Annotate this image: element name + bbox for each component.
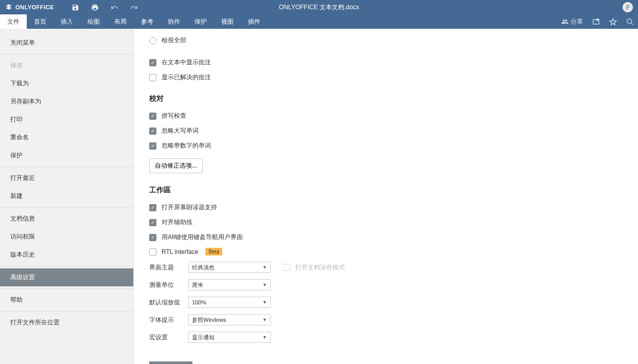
open-location-icon[interactable] — [592, 18, 600, 26]
checkbox-show-resolved-comments[interactable] — [149, 74, 156, 81]
select-unit[interactable]: 厘米 ▼ — [188, 279, 271, 290]
sidebar-doc-info[interactable]: 文档信息 — [0, 210, 133, 228]
checkbox-align-guides[interactable] — [149, 219, 156, 226]
sidebar-version-history[interactable]: 版本历史 — [0, 246, 133, 264]
sidebar-advanced-settings[interactable]: 高级设置 — [0, 268, 133, 286]
onlyoffice-logo-icon — [5, 4, 12, 11]
label-spell-check: 拼写检查 — [162, 112, 186, 120]
chevron-down-icon: ▼ — [262, 317, 267, 322]
select-font-hint[interactable]: 参照Windows ▼ — [188, 314, 271, 325]
select-zoom[interactable]: 100% ▼ — [188, 297, 271, 308]
chevron-down-icon: ▼ — [262, 265, 267, 270]
select-font-hint-value: 参照Windows — [192, 316, 226, 324]
select-unit-value: 厘米 — [192, 281, 203, 289]
tab-plugins[interactable]: 插件 — [241, 14, 268, 29]
sidebar-separator — [0, 311, 133, 312]
print-icon[interactable] — [91, 3, 99, 11]
label-ignore-digits: 忽略带数字的单词 — [162, 141, 211, 150]
label-screen-reader: 打开屏幕朗读器支持 — [162, 203, 217, 212]
redo-icon[interactable] — [130, 3, 138, 11]
save-icon[interactable] — [72, 3, 80, 11]
document-title: ONLYOFFICE 文本文档.docx — [279, 3, 359, 12]
select-theme[interactable]: 经典浅色 ▼ — [188, 262, 271, 273]
file-menu-sidebar: 关闭菜单 保存 下载为 另存副本为 打印 重命名 保护 打开最近 新建 文档信息… — [0, 29, 134, 364]
label-ignore-uppercase: 忽略大写单词 — [162, 126, 199, 135]
sidebar-close-menu[interactable]: 关闭菜单 — [0, 34, 133, 52]
label-show-resolved-comments: 显示已解决的批注 — [162, 73, 211, 82]
checkbox-screen-reader[interactable] — [149, 204, 156, 211]
tab-collaboration[interactable]: 协作 — [161, 14, 187, 29]
apply-button[interactable]: 应用 — [149, 361, 192, 364]
label-view-all: 檢視全部 — [162, 36, 186, 45]
sidebar-separator — [0, 167, 133, 167]
checkbox-ignore-digits[interactable] — [149, 142, 156, 150]
sidebar-print[interactable]: 打印 — [0, 111, 133, 129]
select-zoom-value: 100% — [192, 299, 206, 305]
select-macro[interactable]: 显示通知 ▼ — [188, 332, 271, 343]
sidebar-help[interactable]: 帮助 — [0, 291, 133, 309]
sidebar-download-as[interactable]: 下载为 — [0, 75, 133, 93]
undo-icon[interactable] — [111, 3, 119, 11]
sidebar-open-file-location[interactable]: 打开文件所在位置 — [0, 314, 133, 332]
chevron-down-icon: ▼ — [262, 282, 267, 287]
label-alt-navigation: 用Alt键使用键盘导航用户界面 — [162, 233, 243, 242]
sidebar-separator — [0, 207, 133, 208]
sidebar-rename[interactable]: 重命名 — [0, 129, 133, 147]
menubar: 文件 首页 插入 绘图 布局 参考 协作 保护 视图 插件 分享 — [0, 14, 638, 29]
sidebar-protect[interactable]: 保护 — [0, 147, 133, 165]
radio-view-all[interactable] — [149, 37, 156, 44]
favorite-icon[interactable] — [609, 18, 617, 26]
sidebar-separator — [0, 54, 133, 54]
label-theme: 界面主题 — [149, 263, 188, 272]
svg-point-1 — [627, 19, 632, 23]
label-dark-doc-mode: 打开文档深色模式 — [295, 263, 345, 272]
brand-text: ONLYOFFICE — [15, 4, 54, 10]
tab-home[interactable]: 首页 — [27, 14, 54, 29]
sidebar-new[interactable]: 新建 — [0, 187, 133, 205]
titlebar: ONLYOFFICE ONLYOFFICE 文本文档.docx — [0, 0, 638, 14]
sidebar-save-copy-as[interactable]: 另存副本为 — [0, 93, 133, 111]
chevron-down-icon: ▼ — [262, 300, 267, 305]
chevron-down-icon: ▼ — [262, 335, 267, 340]
autocorrect-options-button[interactable]: 自动修正选项... — [149, 158, 203, 173]
label-unit: 测量单位 — [149, 281, 188, 289]
select-macro-value: 显示通知 — [192, 334, 215, 341]
checkbox-spell-check[interactable] — [149, 113, 156, 120]
checkbox-rtl-interface[interactable] — [149, 248, 156, 256]
app-logo: ONLYOFFICE — [0, 4, 54, 11]
label-rtl-interface: RTL interface — [162, 248, 198, 256]
tab-layout[interactable]: 布局 — [107, 14, 134, 29]
menubar-right: 分享 — [561, 17, 634, 26]
settings-panel: 檢視全部 在文本中显示批注 显示已解决的批注 校对 拼写检查 忽略大写单词 忽略… — [134, 29, 638, 364]
beta-badge: Beta — [205, 248, 222, 256]
share-label: 分享 — [571, 17, 583, 26]
ribbon-tabs: 文件 首页 插入 绘图 布局 参考 协作 保护 视图 插件 — [0, 14, 268, 29]
sidebar-access-rights[interactable]: 访问权限 — [0, 228, 133, 246]
label-align-guides: 对齐辅助线 — [162, 218, 192, 227]
checkbox-ignore-uppercase[interactable] — [149, 128, 156, 135]
tab-insert[interactable]: 插入 — [54, 14, 80, 29]
label-zoom: 默认缩放值 — [149, 298, 188, 307]
label-show-comments-in-text: 在文本中显示批注 — [162, 58, 211, 67]
sidebar-separator — [0, 288, 133, 289]
tab-draw[interactable]: 绘图 — [80, 14, 107, 29]
sidebar-save: 保存 — [0, 57, 133, 75]
sidebar-open-recent[interactable]: 打开最近 — [0, 169, 133, 187]
tab-references[interactable]: 参考 — [134, 14, 161, 29]
user-avatar[interactable] — [623, 2, 633, 12]
quick-access-toolbar — [72, 3, 138, 11]
checkbox-show-comments-in-text[interactable] — [149, 59, 156, 66]
share-icon — [561, 18, 569, 25]
search-icon[interactable] — [626, 18, 634, 26]
label-macro: 宏设置 — [149, 333, 188, 342]
checkbox-alt-navigation[interactable] — [149, 234, 156, 241]
tab-view[interactable]: 视图 — [214, 14, 241, 29]
section-proofing: 校对 — [149, 94, 623, 103]
section-workspace: 工作區 — [149, 186, 623, 195]
select-theme-value: 经典浅色 — [192, 264, 215, 271]
tab-protection[interactable]: 保护 — [187, 14, 214, 29]
checkbox-dark-doc-mode — [283, 264, 290, 271]
tab-file[interactable]: 文件 — [0, 14, 27, 29]
share-button[interactable]: 分享 — [561, 17, 583, 26]
label-font-hint: 字体提示 — [149, 316, 188, 324]
